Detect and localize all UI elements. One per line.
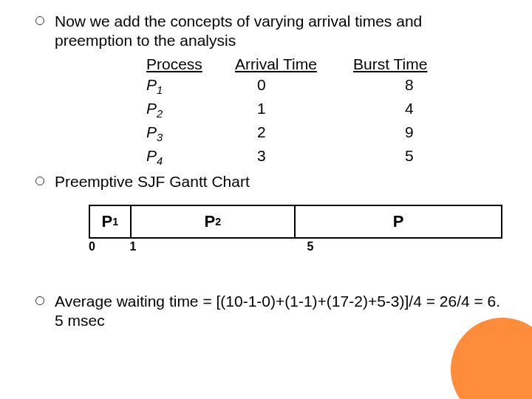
- cell-process: P1: [146, 75, 235, 98]
- process-table: Process Arrival Time Burst Time P108P214…: [146, 54, 502, 169]
- table-row: P108: [146, 75, 502, 98]
- table-header-row: Process Arrival Time Burst Time: [146, 54, 502, 75]
- gantt-bars: P1P2P: [89, 205, 502, 239]
- header-process: Process: [146, 54, 235, 75]
- table-row: P214: [146, 98, 502, 122]
- gantt-chart: P1P2P 015: [89, 205, 502, 255]
- cell-process: P4: [146, 146, 235, 169]
- gantt-segment: P1: [90, 206, 132, 237]
- gantt-tick: 0: [89, 240, 95, 253]
- cell-burst: 8: [353, 75, 457, 98]
- cell-process: P3: [146, 122, 235, 146]
- bullet-gantt: Preemptive SJF Gantt Chart: [35, 172, 502, 191]
- table-row: P435: [146, 146, 502, 169]
- cell-arrival: 0: [235, 75, 353, 98]
- slide-content: Now we add the concepts of varying arriv…: [0, 0, 532, 331]
- gantt-segment: P2: [132, 206, 296, 237]
- intro-text: Now we add the concepts of varying arriv…: [55, 12, 502, 51]
- header-burst: Burst Time: [353, 54, 457, 75]
- cell-arrival: 2: [235, 122, 353, 146]
- gantt-segment: P: [296, 206, 501, 237]
- bullet-intro: Now we add the concepts of varying arriv…: [35, 12, 502, 51]
- cell-process: P2: [146, 98, 235, 122]
- header-arrival: Arrival Time: [235, 54, 353, 75]
- cell-burst: 4: [353, 98, 457, 122]
- gantt-tick: 1: [130, 240, 137, 253]
- gantt-label-text: Preemptive SJF Gantt Chart: [55, 172, 250, 191]
- bullet-icon: [35, 177, 44, 185]
- gantt-ticks: 015: [89, 240, 502, 255]
- cell-burst: 9: [353, 122, 457, 146]
- bullet-icon: [35, 16, 44, 25]
- table-row: P329: [146, 122, 502, 146]
- cell-arrival: 1: [235, 98, 353, 122]
- bullet-icon: [35, 296, 44, 305]
- gantt-tick: 5: [307, 240, 314, 253]
- cell-arrival: 3: [235, 146, 353, 169]
- bullet-avg: Average waiting time = [(10-1-0)+(1-1)+(…: [35, 292, 502, 331]
- cell-burst: 5: [353, 146, 457, 169]
- avg-text: Average waiting time = [(10-1-0)+(1-1)+(…: [55, 292, 502, 331]
